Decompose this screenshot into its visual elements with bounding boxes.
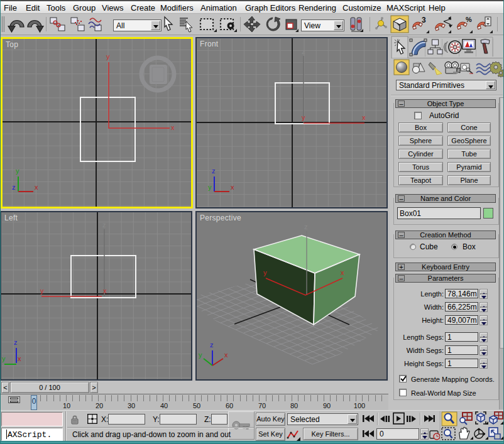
- svg-text:z: z: [102, 221, 106, 229]
- svg-text:y: y: [199, 351, 202, 359]
- svg-text:y: y: [208, 183, 212, 191]
- svg-text:x: x: [341, 269, 344, 276]
- svg-text:z: z: [302, 48, 305, 55]
- svg-text:y: y: [302, 114, 305, 121]
- svg-text:3: 3: [422, 16, 426, 24]
- svg-text:y: y: [16, 167, 19, 175]
- svg-text:y: y: [40, 287, 44, 295]
- svg-text:x: x: [35, 183, 38, 191]
- svg-text:%: %: [466, 16, 472, 23]
- svg-text:y: y: [2, 355, 6, 362]
- svg-text:z: z: [304, 223, 308, 230]
- svg-text:x: x: [231, 183, 234, 191]
- svg-text:z: z: [210, 341, 214, 349]
- svg-text:x: x: [103, 287, 107, 295]
- svg-text:y: y: [106, 53, 110, 60]
- svg-text:z: z: [12, 183, 16, 191]
- svg-text:z: z: [14, 338, 18, 346]
- svg-text:y: y: [263, 269, 267, 276]
- svg-text:x: x: [224, 351, 228, 359]
- svg-text:x: x: [362, 114, 366, 121]
- svg-text:x: x: [18, 355, 21, 362]
- svg-text:x: x: [171, 124, 175, 131]
- svg-text:z: z: [212, 167, 216, 175]
